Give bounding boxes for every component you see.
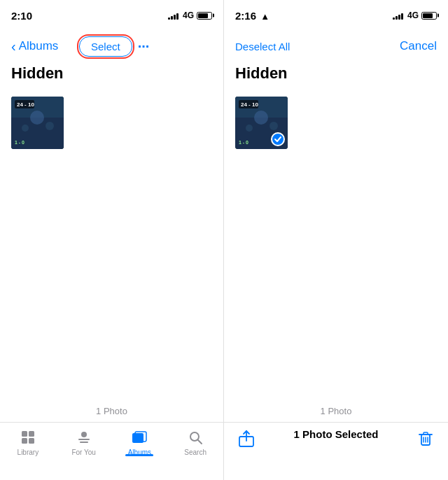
- status-time-left: 2:10: [11, 10, 32, 22]
- library-icon: [19, 428, 37, 446]
- tab-search-label: Search: [184, 449, 206, 456]
- status-bar-right: 2:16 ▲ 4G: [224, 0, 448, 31]
- svg-rect-32: [424, 432, 428, 435]
- nav-bar-right: Deselect All Cancel: [224, 31, 448, 62]
- battery-icon-left: [197, 12, 212, 20]
- select-button[interactable]: Select: [79, 36, 132, 57]
- signal-icon-right: [393, 12, 403, 20]
- left-panel: 2:10 4G ‹ Albums Select ···: [0, 0, 224, 480]
- svg-text:24 - 10: 24 - 10: [17, 101, 34, 108]
- search-icon: [186, 428, 204, 446]
- signal-icon-left: [168, 12, 178, 20]
- back-label-left: Albums: [19, 39, 59, 53]
- tab-search[interactable]: Search: [167, 428, 223, 456]
- svg-text:1 - 0: 1 - 0: [239, 140, 248, 145]
- for-you-icon: [75, 428, 93, 446]
- photo-image-left: 24 - 10 1 - 0: [11, 97, 64, 149]
- tab-for-you[interactable]: For You: [56, 428, 112, 456]
- nav-center-left: Select ···: [79, 36, 149, 57]
- photo-grid-right: 24 - 10 1 - 0: [224, 91, 448, 400]
- back-button-left[interactable]: ‹ Albums: [11, 39, 58, 53]
- photo-count-right: 1 Photo: [224, 400, 448, 422]
- tab-for-you-label: For You: [71, 449, 95, 456]
- tab-library-label: Library: [18, 449, 39, 456]
- svg-rect-9: [29, 431, 34, 437]
- svg-rect-13: [78, 439, 90, 440]
- more-button[interactable]: ···: [138, 38, 150, 55]
- svg-rect-10: [22, 438, 27, 444]
- photo-grid-left: 24 - 10 1 - 0: [0, 91, 223, 400]
- selected-checkmark: [271, 132, 285, 146]
- svg-point-21: [254, 111, 268, 125]
- photo-count-left: 1 Photo: [0, 400, 223, 422]
- select-button-label: Select: [91, 41, 120, 52]
- selected-bar: 1 Photo Selected: [224, 422, 448, 480]
- svg-point-23: [270, 122, 278, 130]
- svg-point-2: [30, 111, 44, 125]
- photo-thumb-right[interactable]: 24 - 10 1 - 0: [235, 97, 288, 149]
- svg-point-4: [46, 122, 54, 130]
- svg-line-18: [198, 440, 202, 444]
- photo-thumb-left[interactable]: 24 - 10 1 - 0: [11, 97, 64, 149]
- status-time-right: 2:16 ▲: [235, 10, 270, 22]
- status-bar-left: 2:10 4G: [0, 0, 223, 31]
- svg-rect-14: [80, 442, 88, 443]
- chevron-left-icon: ‹: [11, 39, 16, 53]
- tab-library[interactable]: Library: [0, 428, 56, 456]
- network-label-right: 4G: [407, 10, 419, 20]
- svg-rect-8: [22, 431, 27, 437]
- svg-point-22: [246, 125, 253, 132]
- deselect-all-button[interactable]: Deselect All: [235, 41, 290, 52]
- location-icon-right: ▲: [260, 11, 270, 22]
- battery-icon-right: [421, 12, 437, 20]
- tab-bar-left: Library For You Albums: [0, 422, 223, 480]
- tab-albums[interactable]: Albums: [112, 428, 168, 456]
- page-title-left: Hidden: [0, 62, 223, 91]
- network-label-left: 4G: [183, 10, 194, 20]
- trash-action[interactable]: [403, 428, 448, 448]
- svg-point-3: [22, 125, 29, 132]
- status-icons-right: 4G: [393, 10, 437, 20]
- share-action[interactable]: [224, 428, 269, 448]
- svg-point-12: [81, 432, 87, 437]
- selected-count-label: 1 Photo Selected: [294, 428, 379, 440]
- svg-point-17: [190, 432, 199, 441]
- albums-icon: [130, 428, 148, 446]
- right-panel: 2:16 ▲ 4G Deselect All Cancel Hidden: [224, 0, 448, 480]
- svg-rect-11: [29, 438, 34, 444]
- status-icons-left: 4G: [168, 10, 212, 20]
- trash-icon: [417, 430, 434, 448]
- svg-text:24 - 10: 24 - 10: [241, 101, 258, 108]
- page-title-right: Hidden: [224, 62, 448, 91]
- nav-bar-left: ‹ Albums Select ···: [0, 31, 223, 62]
- share-icon: [237, 430, 255, 448]
- active-tab-indicator: [125, 454, 153, 456]
- selected-text-area: 1 Photo Selected: [269, 428, 403, 440]
- svg-text:1 - 0: 1 - 0: [15, 140, 24, 145]
- cancel-button[interactable]: Cancel: [400, 39, 437, 53]
